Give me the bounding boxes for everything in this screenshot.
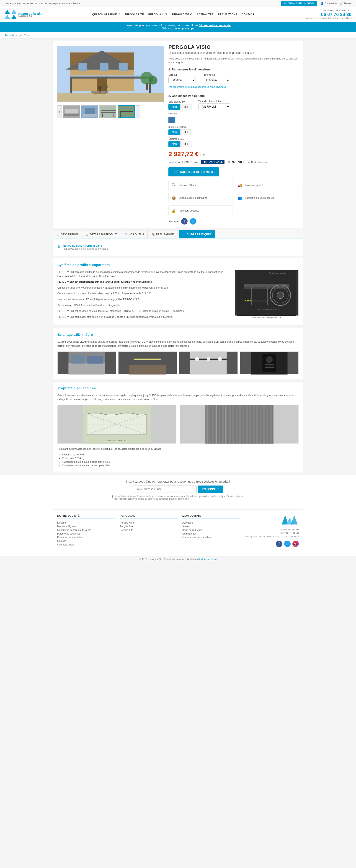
spots-oui-btn[interactable]: Oui	[180, 129, 191, 135]
eclairage-toggle: Non Oui	[168, 141, 191, 147]
footer-facebook-link[interactable]: f	[276, 541, 282, 547]
twitter-share-button[interactable]: 🐦	[190, 218, 196, 224]
svg-rect-58	[134, 359, 161, 361]
bullet-1: Valeur U: 2,0 W/m²K	[62, 453, 298, 456]
nav-contact[interactable]: CONTACT	[239, 12, 257, 17]
eclairage-non-btn[interactable]: Non	[168, 141, 180, 147]
svg-rect-60	[190, 352, 227, 374]
breadcrumb: Accueil / Pergola Visio	[0, 32, 356, 38]
feature-paiement: 🔒 Paiement sécurisé	[168, 206, 232, 216]
tab-details[interactable]: 📋 DÉTAILS DU PRODUIT	[82, 230, 120, 238]
profils-title: Système de profils autoportants	[58, 263, 298, 267]
footer-link-avoirs[interactable]: Avoirs	[182, 525, 240, 528]
svg-point-15	[98, 86, 102, 89]
footer-twitter-link[interactable]: 🐦	[284, 541, 291, 547]
eclairage-oui-btn[interactable]: Oui	[180, 141, 191, 147]
spots-toggle: Non Oui	[168, 129, 191, 135]
thumb-2[interactable]	[81, 105, 98, 118]
profils-img-label: Fonctionnement intégré étanche	[235, 316, 298, 319]
breadcrumb-home[interactable]: Accueil	[5, 34, 12, 36]
footer-link-infos[interactable]: Informations personnelles	[182, 536, 240, 538]
footer-col-societe: NOTRE SOCIÉTÉ Livraison Mentions légales…	[57, 514, 115, 547]
footer-link-contact[interactable]: Contactez-nous	[57, 543, 115, 546]
largeur-select[interactable]: 3000mm	[168, 77, 196, 84]
roof-text1: Grâce à sa structure alvéolaire en X, la…	[58, 394, 298, 401]
nav-pergola-visio[interactable]: PERGOLA VISIO	[169, 12, 194, 17]
svg-text:Fonctionnement intégré étanche: Fonctionnement intégré étanche	[258, 309, 281, 310]
price-area: 2 927,72 € TTC	[168, 150, 299, 158]
roof-text2: Résistant aux impacts, isolant, léger et…	[58, 447, 298, 451]
web-label: 3x WEB	[182, 161, 191, 163]
color-swatch[interactable]	[168, 117, 175, 123]
svg-rect-36	[120, 111, 133, 112]
svg-rect-23	[93, 93, 106, 94]
footer-link-mentions[interactable]: Mentions légales	[57, 525, 115, 528]
tab-guides[interactable]: 📘 GUIDES PRATIQUES	[179, 230, 215, 238]
nav-pergola-lite[interactable]: PERGOLA LITE	[122, 12, 146, 17]
add-to-cart-button[interactable]: 🛒 AJOUTER AU PANIER	[168, 167, 219, 177]
footer-link-livraison[interactable]: Livraison	[57, 521, 115, 524]
footer-link-cgv[interactable]: Conditions générales de vente	[57, 529, 115, 531]
led-text: Le profil avec spots LED premontés assur…	[58, 340, 298, 348]
nav-pergola-lux[interactable]: PERGOLA LUX	[146, 12, 169, 17]
devis-button[interactable]: 🗒 DEMANDER UN DEVIS	[281, 1, 317, 6]
spots-non-btn[interactable]: Non	[168, 129, 180, 135]
footer-link-lite[interactable]: Pergola Lite	[120, 529, 178, 531]
footer-link-donnees[interactable]: Données personnelles	[57, 536, 115, 538]
footer-col-compte: MON COMPTE Adresses Avoirs Bons de réduc…	[182, 514, 240, 547]
svg-rect-34	[114, 114, 115, 117]
tab-realisations[interactable]: 🏠 RÉALISATIONS	[148, 230, 178, 238]
prev-arrow[interactable]: ‹	[57, 105, 62, 118]
scie-oui-btn[interactable]: Oui	[180, 104, 191, 110]
profils-tech-img: Principe de montage Fonctionnement intég…	[235, 270, 298, 316]
logo-triangles	[5, 9, 17, 19]
footer-col-pergolas-title: PERGOLAS	[120, 514, 178, 519]
svg-rect-54	[69, 363, 105, 374]
type-select[interactable]: Anti UV clair	[198, 103, 230, 110]
svg-rect-13	[70, 75, 151, 77]
notice-title[interactable]: Notice de pose - Pergola Visio	[63, 244, 109, 247]
cart-icon: 🛒	[340, 2, 343, 5]
profondeur-select[interactable]: 2500mm	[203, 77, 230, 84]
footer-address: Mapergola-alu SH DISTRIBUTION NC Mapergo…	[245, 528, 299, 538]
newsletter-checkbox[interactable]	[109, 495, 112, 498]
agency-link[interactable]: Business Aptitude	[198, 558, 217, 561]
thumb-1[interactable]	[63, 105, 80, 118]
thumb-3[interactable]	[99, 105, 117, 118]
tab-description[interactable]: 📄 DESCRIPTION	[53, 230, 82, 238]
nav-realisations[interactable]: RÉALISATIONS	[216, 12, 239, 17]
footer-link-adresses[interactable]: Adresses	[182, 521, 240, 524]
tabs-bar: 📄 DESCRIPTION 📋 DÉTAILS DU PRODUIT 🔧 VOS…	[53, 230, 303, 239]
svg-point-44	[277, 292, 284, 299]
footer-link-lux[interactable]: Pergola Lux	[120, 525, 178, 528]
footer-link-commandes[interactable]: Commandes	[182, 532, 240, 535]
footer-link-cookies[interactable]: Cookies	[57, 539, 115, 542]
footer-link-bons[interactable]: Bons de réduction	[182, 529, 240, 531]
section1-label: 1. Renseignez les dimensions	[168, 68, 299, 71]
nav-qui-sommes-nous[interactable]: QUI SOMMES-NOUS ?	[90, 12, 122, 17]
footer-link-visio[interactable]: Pergola Visio	[120, 521, 178, 524]
newsletter-submit-button[interactable]: S'ABONNER	[198, 486, 223, 493]
facebook-share-button[interactable]: f	[181, 218, 188, 224]
profils-image: Principe de montage Fonctionnement intég…	[235, 270, 298, 321]
svg-text:Structure alvéolaire X: Structure alvéolaire X	[105, 439, 125, 442]
footer-logo-col: Mapergola-alu SH DISTRIBUTION NC Mapergo…	[245, 514, 299, 547]
svg-rect-37	[120, 112, 121, 117]
logo[interactable]: mapergola-alu mapergola-alu	[5, 9, 43, 19]
svg-rect-68	[265, 364, 274, 365]
thumb-4[interactable]	[118, 105, 135, 118]
panier-link[interactable]: 🛒 Panier	[340, 2, 351, 5]
price-main: 2 927,72 €	[168, 150, 198, 157]
footer-instagram-link[interactable]: 📷	[292, 541, 299, 547]
connexion-link[interactable]: 👤 Connexion	[321, 2, 337, 5]
footer-link-paiements[interactable]: Paiements sécurisés	[57, 532, 115, 535]
tab-outils[interactable]: 🔧 VOS OUTILS	[121, 230, 148, 238]
newsletter-email-input[interactable]	[133, 486, 197, 493]
description-icon: 📄	[56, 233, 60, 236]
product-section: ‹	[53, 41, 303, 228]
scie-non-btn[interactable]: Non	[168, 104, 180, 110]
nav-actualites[interactable]: ACTUALITÉS	[194, 12, 216, 17]
roof-bullets: Valeur U: 2,0 W/m²K Poids au M2: 2,4 kg …	[62, 453, 298, 467]
scie-group: Scie cloche 80 Non Oui	[168, 100, 191, 110]
next-arrow[interactable]: ›	[136, 105, 140, 118]
